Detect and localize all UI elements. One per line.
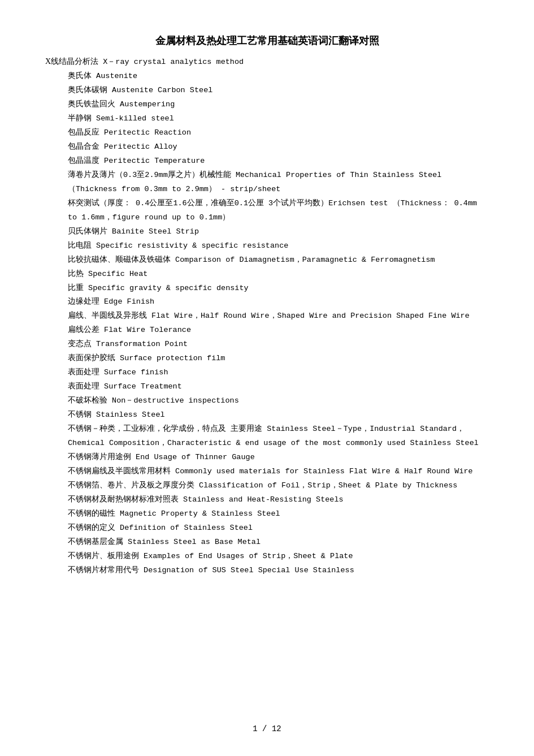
entry-peritectic-reaction: 包晶反应 Peritectic Reaction bbox=[45, 126, 489, 140]
entry-erichsen: 杯突测试（厚度： 0.4公厘至1.6公厘，准确至0.1公厘 3个试片平均数）Er… bbox=[45, 197, 489, 225]
entry-designation: 不锈钢片材常用代号 Designation of SUS Steel Speci… bbox=[45, 564, 489, 578]
entry-non-destructive: 不破坏检验 Non－destructive inspections bbox=[45, 394, 489, 408]
entry-foil-classification: 不锈钢箔、卷片、片及板之厚度分类 Classification of Foil，… bbox=[45, 479, 489, 493]
entry-thin-strip: 薄卷片及薄片（0.3至2.9mm厚之片）机械性能 Mechanical Prop… bbox=[45, 169, 489, 197]
entry-specific-resistivity: 比电阻 Specific resistivity & specific resi… bbox=[45, 239, 489, 253]
entry-end-usages: 不锈钢片、板用途例 Examples of End Usages of Stri… bbox=[45, 550, 489, 564]
page-container: 金属材料及热处理工艺常用基础英语词汇翻译对照 X线结晶分析法 X－ray cry… bbox=[0, 0, 534, 756]
entry-diamagnetism: 比较抗磁体、顺磁体及铁磁体 Comparison of Diamagnetism… bbox=[45, 253, 489, 267]
entry-semi-killed: 半静钢 Semi-killed steel bbox=[45, 112, 489, 126]
entry-surface-treatment: 表面处理 Surface Treatment bbox=[45, 380, 489, 394]
entry-surface-film: 表面保护胶纸 Surface protection film bbox=[45, 352, 489, 366]
entry-flat-wire: 扁线、半圆线及异形线 Flat Wire，Half Round Wire，Sha… bbox=[45, 309, 489, 323]
entry-bainite: 贝氏体钢片 Bainite Steel Strip bbox=[45, 225, 489, 239]
subtitle-en: X－ray crystal analytics method bbox=[98, 58, 244, 66]
page-footer: 1 / 12 bbox=[0, 724, 534, 733]
entry-specific-heat: 比热 Specific Heat bbox=[45, 267, 489, 282]
entry-transformation: 变态点 Transformation Point bbox=[45, 338, 489, 352]
entry-austempering: 奥氏铁盐回火 Austempering bbox=[45, 98, 489, 112]
entry-thinner-gauge: 不锈钢薄片用途例 End Usage of Thinner Gauge bbox=[45, 451, 489, 465]
entry-base-metal: 不锈钢基层金属 Stainless Steel as Base Metal bbox=[45, 535, 489, 550]
subtitle-zh: X线结晶分析法 bbox=[45, 57, 98, 66]
entry-standards-table: 不锈钢材及耐热钢材标准对照表 Stainless and Heat-Resist… bbox=[45, 493, 489, 507]
entry-austenite-carbon: 奥氏体碳钢 Austenite Carbon Steel bbox=[45, 84, 489, 98]
entry-definition: 不锈钢的定义 Definition of Stainless Steel bbox=[45, 521, 489, 535]
entry-peritectic-temp: 包晶温度 Peritectic Temperature bbox=[45, 154, 489, 169]
entry-specific-gravity: 比重 Specific gravity & specific density bbox=[45, 282, 489, 296]
entry-peritectic-alloy: 包晶合金 Peritectic Alloy bbox=[45, 140, 489, 154]
entry-edge-finish: 边缘处理 Edge Finish bbox=[45, 295, 489, 309]
subtitle-line: X线结晶分析法 X－ray crystal analytics method bbox=[45, 54, 489, 70]
entry-flat-wire-materials: 不锈钢扁线及半圆线常用材料 Commonly used materials fo… bbox=[45, 465, 489, 479]
entry-stainless-types: 不锈钢－种类，工业标准，化学成份，特点及 主要用途 Stainless Stee… bbox=[45, 422, 489, 451]
entry-surface-finish: 表面处理 Surface finish bbox=[45, 366, 489, 380]
page-title: 金属材料及热处理工艺常用基础英语词汇翻译对照 bbox=[45, 34, 489, 47]
content-block: X线结晶分析法 X－ray crystal analytics method 奥… bbox=[45, 54, 489, 578]
entry-stainless-steel: 不锈钢 Stainless Steel bbox=[45, 408, 489, 422]
entry-magnetic-property: 不锈钢的磁性 Magnetic Property & Stainless Ste… bbox=[45, 507, 489, 521]
entry-austenite: 奥氏体 Austenite bbox=[45, 70, 489, 84]
entry-flat-wire-tolerance: 扁线公差 Flat Wire Tolerance bbox=[45, 323, 489, 338]
